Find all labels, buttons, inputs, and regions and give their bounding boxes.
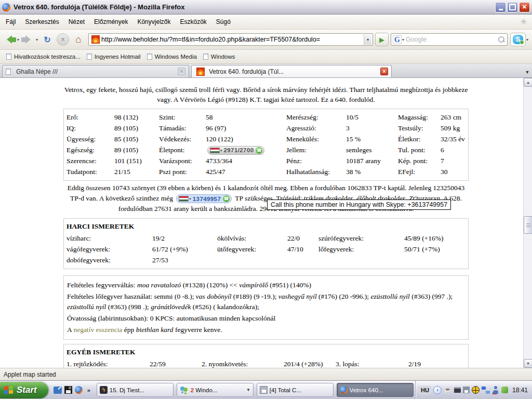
- item-name: vas dobónyíl: [196, 292, 232, 300]
- app-window-tray-icon[interactable]: [454, 387, 461, 393]
- task-button-messenger-group[interactable]: 2 Windo... ▼: [177, 383, 254, 397]
- skype-call-icon[interactable]: ☎: [223, 195, 230, 202]
- forward-dropdown-icon[interactable]: ▾: [36, 37, 38, 42]
- minimize-button[interactable]: [495, 2, 506, 12]
- menu-bar: Fájl Szerkesztés Nézet Előzmények Könyvj…: [0, 15, 532, 30]
- item-name: ezüsttollú nyíl: [371, 292, 410, 300]
- reload-icon[interactable]: ↻: [41, 33, 54, 46]
- tab-vetrox[interactable]: Vetrox 640. fordulója (Túl... ×: [191, 65, 392, 77]
- messenger-status-icon[interactable]: [492, 386, 499, 394]
- menu-item-eszkozok[interactable]: Eszközök: [175, 16, 211, 28]
- stat-value: 425/47: [206, 166, 286, 177]
- forward-button[interactable]: [21, 35, 35, 44]
- stat-label: Magasság:: [398, 112, 441, 123]
- scroll-down-icon[interactable]: ▼: [524, 359, 532, 368]
- go-button[interactable]: ▶: [375, 33, 389, 46]
- text-segment: (#189) (9 -19.);: [231, 292, 278, 300]
- skype-tooltip: Call this phone number in Hungary with S…: [267, 200, 451, 210]
- bookmark-label: Windows: [211, 54, 235, 60]
- bookmark-label: Windows Media: [155, 54, 197, 60]
- item-name: vámpírölő: [239, 281, 268, 289]
- menu-item-sugo[interactable]: Súgó: [211, 16, 235, 28]
- stat-value: 2/19: [408, 358, 468, 368]
- stat-label: dobófegyverek:: [66, 255, 152, 265]
- page-icon: [87, 54, 92, 60]
- group-dropdown-icon[interactable]: ▼: [246, 388, 250, 392]
- table-row: víziharc:19/2ökölvívás:22/0szúrófegyvere…: [66, 233, 468, 244]
- scroll-thumb[interactable]: [524, 216, 532, 234]
- stat-value: 45/89 (+16%): [404, 233, 468, 244]
- menu-item-szerkesztes[interactable]: Szerkesztés: [20, 16, 63, 28]
- stop-icon[interactable]: ×: [57, 33, 69, 46]
- skype-number-widget[interactable]: ▾13749957☎: [176, 194, 232, 203]
- bookmark-item[interactable]: Hivatkozások testresza...: [3, 52, 84, 61]
- skype-dropdown-icon[interactable]: ▾: [526, 37, 528, 42]
- stat-label: Életkor:: [398, 134, 441, 144]
- floppy-tray-icon[interactable]: [463, 387, 470, 393]
- overflow-chevron-icon[interactable]: »: [87, 387, 90, 393]
- tab-close-icon[interactable]: ×: [178, 68, 185, 75]
- search-input[interactable]: [406, 36, 498, 43]
- menu-item-fajl[interactable]: Fájl: [1, 16, 20, 28]
- menu-item-elozmenyek[interactable]: Előzmények: [89, 16, 132, 28]
- winamp-icon: ϟ: [100, 386, 108, 394]
- java-icon[interactable]: ☕: [444, 386, 452, 394]
- bookmark-item[interactable]: Windows Media: [144, 52, 200, 61]
- site-favicon-icon: [196, 68, 205, 76]
- task-button-winamp[interactable]: ϟ 15. Dj Tiest...: [97, 383, 174, 397]
- page-icon: [203, 54, 208, 60]
- tab-ghalla-nepe[interactable]: Ghalla Népe /// ×: [2, 65, 189, 77]
- bookmark-item[interactable]: Windows: [200, 52, 238, 61]
- start-button[interactable]: Start: [0, 382, 48, 398]
- tab-list-dropdown-icon[interactable]: ▼: [523, 67, 532, 77]
- stat-value: 96 (97): [206, 123, 286, 134]
- status-text: Applet map started: [4, 371, 56, 378]
- skype-call-icon[interactable]: ☎: [256, 147, 262, 154]
- close-button[interactable]: [519, 2, 530, 12]
- tab-close-icon[interactable]: ×: [380, 68, 388, 75]
- restore-button[interactable]: [507, 2, 518, 12]
- task-button-total-commander[interactable]: [4] Total C...: [257, 383, 334, 397]
- stat-value: 7: [441, 155, 468, 166]
- menu-item-konyvjelzok[interactable]: Könyvjelzők: [132, 16, 175, 28]
- chevron-down-icon[interactable]: ▾: [220, 145, 222, 156]
- network-icon[interactable]: [482, 387, 490, 394]
- stat-label: víziharc:: [66, 233, 152, 244]
- stat-label: Védekezés:: [159, 134, 206, 144]
- chevron-down-icon[interactable]: ▾: [189, 194, 191, 204]
- search-box[interactable]: G ▾: [391, 33, 508, 46]
- table-row: Erő:98 (132)Szint:58Merészség:10/5Magass…: [66, 112, 468, 123]
- floppy-launcher-icon[interactable]: [64, 386, 72, 394]
- home-icon[interactable]: ⌂: [72, 33, 85, 46]
- taskbar: Start » ϟ 15. Dj Tiest... 2 Windo... ▼ […: [0, 380, 532, 399]
- hide-tray-icons-icon[interactable]: ‹: [433, 386, 442, 394]
- url-history-dropdown-icon[interactable]: ▾: [364, 34, 371, 45]
- firefox-launcher-icon[interactable]: [75, 386, 83, 394]
- back-button[interactable]: [3, 35, 16, 44]
- stat-label: lőfegyverek:: [318, 244, 404, 255]
- search-icon[interactable]: [498, 36, 504, 43]
- url-input[interactable]: [101, 36, 364, 43]
- connection-icon[interactable]: [501, 387, 508, 393]
- skype-toolbar-button[interactable]: S: [510, 33, 526, 46]
- url-bar[interactable]: ▾: [88, 33, 373, 46]
- search-engine-dropdown-icon[interactable]: ▾: [402, 37, 404, 42]
- language-indicator[interactable]: HU: [419, 386, 431, 394]
- stat-value: 58: [206, 112, 286, 123]
- bookmarks-bar: Hivatkozások testresza... Ingyenes Hotma…: [0, 50, 532, 64]
- show-desktop-icon[interactable]: [54, 387, 62, 394]
- vertical-scrollbar[interactable]: ▲ ▼: [523, 78, 532, 368]
- bookmark-item[interactable]: Ingyenes Hotmail: [84, 52, 144, 61]
- felt-line: Óvatosság (labirintusokban): 0 KPCS: aut…: [67, 313, 465, 324]
- stat-value: 10187 arany: [346, 155, 398, 166]
- stat-value: 21/15: [114, 166, 159, 177]
- task-button-firefox[interactable]: Vetrox 640...: [337, 383, 414, 397]
- stat-value: 38 %: [346, 166, 398, 177]
- menu-item-nezet[interactable]: Nézet: [64, 16, 89, 28]
- back-dropdown-icon[interactable]: ▾: [17, 37, 19, 42]
- task-count: 2: [191, 387, 194, 393]
- globe-icon[interactable]: [472, 386, 480, 394]
- scroll-up-icon[interactable]: ▲: [524, 78, 532, 87]
- text-segment: (#363) (997 .);: [410, 292, 453, 300]
- skype-number-widget[interactable]: ▾2971/2700☎: [207, 146, 264, 155]
